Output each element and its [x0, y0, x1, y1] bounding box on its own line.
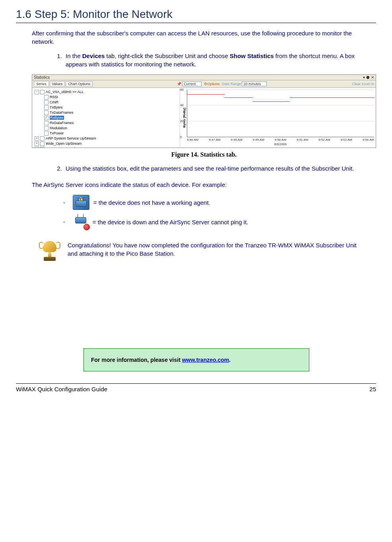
ytick: 20 [180, 119, 184, 122]
tree-extra-label: ARP System Service UpStream [46, 136, 96, 140]
bullet2-text: = the device is down and the AirSync Ser… [93, 219, 248, 225]
statistics-screenshot: Statistics ▾ ⬢ ✕ Series Values Chart Opt… [32, 74, 376, 148]
pin-icon[interactable]: 📌 [177, 82, 181, 86]
step-1: In the Devices tab, right-click the Subs… [64, 52, 360, 68]
tree-extra[interactable]: +ARP System Service DownStream [35, 146, 178, 148]
clear-zoom-link[interactable]: Clear zoom in [352, 82, 374, 86]
titlebar-title: Statistics [34, 75, 50, 80]
tree-item-label: TxBytes [50, 105, 63, 109]
options-button[interactable]: ⚙Options [204, 82, 219, 86]
tree-item-label: RxDataFrames [50, 121, 74, 125]
bullet1-text: = the device does not have a working age… [93, 199, 210, 206]
tree-item[interactable]: TxPower [44, 131, 178, 136]
tree-item[interactable]: RxDataFrames [44, 120, 178, 126]
tree-item-selected[interactable]: RxBytes [44, 115, 178, 120]
bullet-item-2: = the device is down and the AirSync Ser… [64, 215, 360, 229]
xtick: 9:52 AM [318, 138, 330, 142]
tree-item[interactable]: TxBytes [44, 105, 178, 110]
intro-paragraph: After confirming that the subscriber's c… [32, 29, 360, 46]
tree-extra[interactable]: +ARP System Service UpStream [35, 136, 178, 141]
tree-item-label: CINR [50, 100, 58, 104]
tree-item-label: Modulation [50, 126, 67, 130]
figure-caption: Figure 14. Statistics tab. [32, 151, 376, 158]
tree-item-label: RSSI [50, 95, 58, 99]
tree-root-label: AC_VIIA_ofdm0 >> ALL [46, 90, 84, 94]
current-dropdown[interactable]: Current [182, 82, 202, 86]
step1-bold1: Devices [82, 52, 105, 59]
page-footer: WiMAX Quick Configuration Guide 25 [16, 386, 376, 392]
device-no-agent-icon [73, 195, 89, 210]
step1-prefix: In the [66, 52, 82, 59]
bullet-item-1: = the device does not have a working age… [64, 195, 360, 210]
tree-item-label: RxBytes [50, 116, 64, 120]
tree-extra-label: ARP System Service DownStream [46, 147, 101, 148]
time-range-dropdown[interactable]: 10 minutes [242, 82, 267, 86]
chart-series-segment [290, 97, 374, 98]
titlebar-controls[interactable]: ▾ ⬢ ✕ [363, 75, 374, 80]
xtick: 9:47 AM [209, 138, 220, 142]
ytick: 40 [180, 103, 184, 107]
step-2: Using the statistics box, edit the param… [64, 164, 360, 173]
chart-series-segment [225, 97, 253, 98]
trophy-icon [40, 241, 60, 269]
tree-item[interactable]: TxDataFrames [44, 110, 178, 115]
chart-xaxis: 9:46 AM 9:47 AM 9:48 AM 9:49 AM 9:50 AM … [187, 137, 374, 142]
xtick: 9:53 AM [340, 138, 352, 142]
chart-series-segment [252, 101, 290, 102]
xtick: 9:49 AM [253, 138, 264, 142]
tab-chart-options[interactable]: Chart Options [66, 81, 93, 87]
ytick: 60 [180, 88, 184, 91]
footer-rule [16, 383, 376, 384]
footer-page-number: 25 [369, 386, 376, 392]
congrats-text: Congratulations! You have now completed … [68, 241, 360, 269]
tree-item-label: TxDataFrames [50, 111, 74, 115]
tree-item-label: TxPower [50, 131, 64, 135]
options-label: Options [207, 82, 219, 86]
xtick: 9:54 AM [363, 138, 374, 142]
screenshot-titlebar: Statistics ▾ ⬢ ✕ [32, 75, 376, 80]
screenshot-toolbar: Series Values Chart Options 📌 Current ⚙O… [32, 80, 376, 88]
chart-series-segment [187, 94, 225, 95]
chart-plot: 60 40 20 0 [187, 89, 374, 137]
tree-extra-label: Wide_Open UpStream [46, 142, 82, 146]
chart-ylabel: Bytes [RxBy] [182, 89, 187, 146]
info-suffix: . [229, 357, 231, 363]
info-link[interactable]: www.tranzeo.com [182, 357, 229, 363]
tree-panel: −AC_VIIA_ofdm0 >> ALL RSSI CINR TxBytes … [32, 88, 180, 148]
device-down-icon [73, 215, 89, 229]
footer-title: WiMAX Quick Configuration Guide [16, 386, 107, 392]
tab-series[interactable]: Series [34, 81, 49, 87]
heading-rule [16, 23, 376, 23]
info-box: For more information, please visit www.t… [83, 348, 309, 371]
xtick: 9:48 AM [231, 138, 242, 142]
date-range-label[interactable]: Date Range [222, 82, 241, 86]
status-intro: The AirSync Server icons indicate the st… [32, 181, 360, 189]
xtick: 9:46 AM [187, 138, 198, 142]
step1-mid: tab, right-click the Subscriber Unit and… [105, 52, 229, 59]
page-heading: 1.6 Step 5: Monitor the Network [16, 8, 376, 21]
tree-root-item[interactable]: −AC_VIIA_ofdm0 >> ALL [35, 89, 178, 95]
congrats-block: Congratulations! You have now completed … [40, 241, 360, 269]
xtick: 9:50 AM [275, 138, 286, 142]
tree-item[interactable]: RSSI [44, 95, 178, 100]
step1-bold2: Show Statistics [230, 52, 274, 59]
ytick: 0 [180, 135, 182, 139]
tab-values[interactable]: Values [50, 81, 65, 87]
chart-xdate: 8/8/2008 [187, 142, 374, 146]
tree-extra[interactable]: +Wide_Open UpStream [35, 141, 178, 146]
chart-panel: Bytes [RxBy] 60 40 20 0 [180, 88, 376, 148]
info-prefix: For more information, please visit [91, 357, 182, 363]
figure-14: Statistics ▾ ⬢ ✕ Series Values Chart Opt… [32, 74, 376, 158]
tree-item[interactable]: Modulation [44, 126, 178, 131]
xtick: 9:51 AM [297, 138, 308, 142]
tree-item[interactable]: CINR [44, 100, 178, 105]
